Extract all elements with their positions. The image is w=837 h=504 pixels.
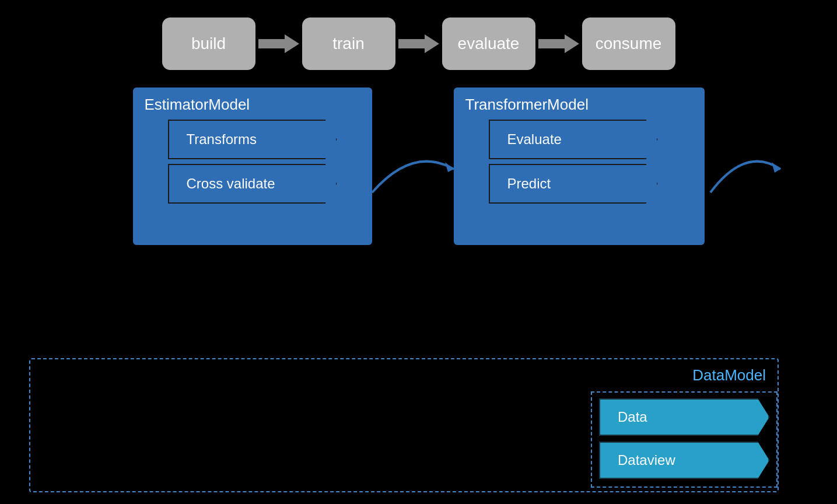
transformer-model-block: TransformerModel Evaluate Predict — [454, 88, 705, 245]
evaluate-label-card: Evaluate — [507, 131, 562, 147]
arrow-2 — [395, 32, 442, 55]
svg-marker-2 — [538, 34, 579, 53]
pipeline-evaluate: evaluate — [442, 18, 535, 70]
dataview-label: Dataview — [618, 452, 675, 468]
pipeline-build: build — [162, 18, 255, 70]
curved-arrow-2 — [705, 146, 786, 210]
cross-validate-label: Cross validate — [187, 176, 275, 191]
pipeline-train: train — [302, 18, 395, 70]
svg-marker-1 — [398, 34, 439, 53]
dataview-card: Dataview — [599, 442, 769, 479]
arrow-3 — [535, 32, 582, 55]
transformer-title: TransformerModel — [454, 88, 705, 120]
transforms-label: Transforms — [187, 131, 257, 147]
data-label: Data — [618, 409, 647, 425]
pipeline-row: build train evaluate consume — [0, 0, 837, 82]
transformer-cards: Evaluate Predict — [454, 120, 705, 214]
main-container: build train evaluate consume — [0, 0, 837, 504]
pipeline-consume: consume — [582, 18, 675, 70]
evaluate-card: Evaluate — [489, 120, 658, 159]
train-label: train — [332, 34, 364, 53]
datamodel-title: DataModel — [692, 366, 766, 384]
estimator-title: EstimatorModel — [133, 88, 372, 120]
curved-arrow-1 — [366, 146, 460, 210]
data-card: Data — [599, 398, 769, 436]
datamodel-container: DataModel Data Dataview — [29, 358, 779, 492]
estimator-model-block: EstimatorModel Transforms Cross validate — [133, 88, 372, 245]
datamodel-inner-block: Data Dataview — [591, 391, 778, 488]
evaluate-label: evaluate — [458, 34, 520, 53]
consume-label: consume — [596, 34, 662, 53]
arrow-1 — [255, 32, 302, 55]
estimator-cards: Transforms Cross validate — [133, 120, 372, 214]
svg-marker-0 — [258, 34, 299, 53]
predict-card: Predict — [489, 164, 658, 204]
cross-validate-card: Cross validate — [168, 164, 337, 204]
predict-label: Predict — [507, 176, 551, 191]
transforms-card: Transforms — [168, 120, 337, 159]
build-label: build — [191, 34, 226, 53]
